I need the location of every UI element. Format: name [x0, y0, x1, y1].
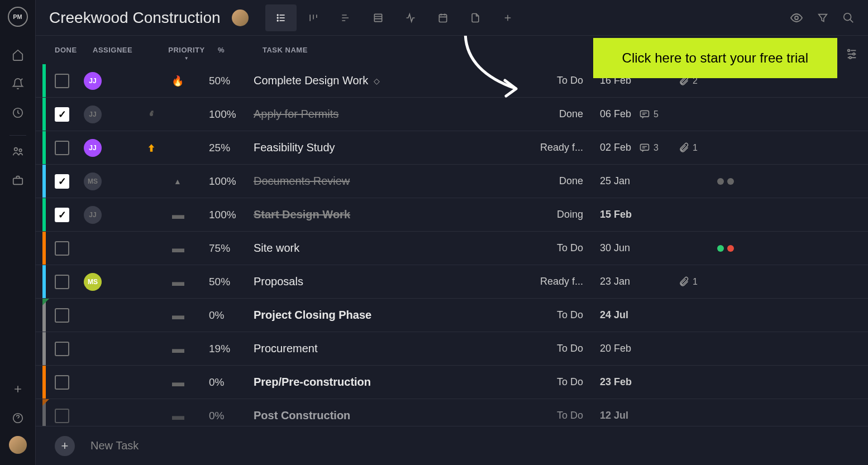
task-name-cell[interactable]: Post Construction: [254, 409, 522, 422]
user-avatar[interactable]: [9, 436, 27, 454]
task-name-cell[interactable]: Site work: [254, 242, 522, 255]
clock-icon[interactable]: [7, 102, 29, 124]
status-cell[interactable]: Ready f...: [540, 142, 583, 153]
col-header-percent[interactable]: %: [218, 46, 263, 54]
sheet-view-tab[interactable]: [363, 4, 394, 31]
done-checkbox[interactable]: [55, 308, 69, 323]
home-icon[interactable]: [7, 44, 29, 66]
done-checkbox[interactable]: [55, 241, 69, 256]
status-cell[interactable]: Doing: [557, 209, 583, 220]
status-cell[interactable]: To Do: [557, 242, 583, 253]
file-view-tab[interactable]: [460, 4, 491, 31]
list-view-tab[interactable]: [265, 4, 297, 31]
task-row[interactable]: ▬19%ProcurementTo Do20 Feb: [36, 332, 868, 366]
assignee-avatar[interactable]: JJ: [84, 72, 102, 90]
task-row[interactable]: JJ100%Apply for PermitsDone06 Feb5: [36, 98, 868, 131]
done-checkbox[interactable]: [55, 342, 69, 356]
task-row[interactable]: MS▬50%ProposalsReady f...23 Jan1: [36, 265, 868, 299]
priority-cell[interactable]: [146, 142, 209, 154]
priority-cell[interactable]: 🔥: [146, 75, 209, 87]
project-title[interactable]: Creekwood Construction: [49, 9, 221, 27]
status-cell[interactable]: To Do: [557, 75, 583, 86]
new-task-bar[interactable]: + New Task: [36, 426, 868, 465]
task-name-cell[interactable]: Procurement: [254, 342, 522, 355]
priority-cell[interactable]: ▬: [146, 208, 209, 222]
status-cell[interactable]: Ready f...: [540, 276, 583, 287]
add-view-tab[interactable]: [492, 4, 523, 31]
activity-view-tab[interactable]: [395, 4, 426, 31]
project-avatar[interactable]: [232, 9, 249, 26]
task-name-cell[interactable]: Prep/Pre-construction: [254, 376, 522, 389]
people-icon[interactable]: [7, 140, 29, 162]
date-cell[interactable]: 23 Feb: [600, 376, 632, 387]
assignee-avatar[interactable]: MS: [84, 172, 102, 190]
task-name-cell[interactable]: Start Design Work: [254, 208, 522, 221]
board-view-tab[interactable]: [298, 4, 329, 31]
done-checkbox[interactable]: [55, 141, 69, 155]
date-cell[interactable]: 30 Jun: [600, 242, 630, 253]
done-checkbox[interactable]: [55, 74, 69, 88]
date-cell[interactable]: 25 Jan: [600, 175, 630, 186]
done-checkbox[interactable]: [55, 174, 69, 189]
status-cell[interactable]: To Do: [557, 309, 583, 320]
priority-cell[interactable]: ▬: [146, 241, 209, 256]
search-icon[interactable]: [842, 12, 855, 24]
status-cell[interactable]: To Do: [557, 376, 583, 387]
task-name-cell[interactable]: Proposals: [254, 275, 522, 288]
briefcase-icon[interactable]: [7, 169, 29, 191]
priority-cell[interactable]: ▬: [146, 409, 209, 423]
task-name-cell[interactable]: Project Closing Phase: [254, 309, 522, 322]
task-row[interactable]: JJ25%Feasibility StudyReady f...02 Feb31: [36, 131, 868, 165]
task-name-cell[interactable]: Documents Review: [254, 175, 522, 188]
status-cell[interactable]: To Do: [557, 343, 583, 354]
date-cell[interactable]: 06 Feb: [600, 108, 631, 119]
task-row[interactable]: ▬75%Site workTo Do30 Jun: [36, 232, 868, 265]
plus-icon[interactable]: [7, 378, 29, 400]
free-trial-banner[interactable]: Click here to start your free trial: [593, 38, 837, 78]
priority-cell[interactable]: ▬: [146, 375, 209, 390]
task-row[interactable]: ▬0%Prep/Pre-constructionTo Do23 Feb: [36, 366, 868, 399]
task-name-cell[interactable]: Apply for Permits: [254, 108, 522, 121]
task-name-cell[interactable]: Feasibility Study: [254, 141, 522, 154]
done-checkbox[interactable]: [55, 107, 69, 122]
assignee-avatar[interactable]: JJ: [84, 106, 102, 123]
task-row[interactable]: ▬0%Post ConstructionTo Do12 Jul: [36, 399, 868, 426]
assignee-avatar[interactable]: MS: [84, 273, 102, 291]
task-row[interactable]: JJ▬100%Start Design WorkDoing15 Feb: [36, 198, 868, 232]
help-icon[interactable]: [7, 407, 29, 429]
attachment-count[interactable]: 1: [678, 142, 717, 154]
comment-count[interactable]: 5: [639, 109, 678, 120]
task-name-cell[interactable]: Complete Design Work ◇: [254, 74, 522, 87]
priority-cell[interactable]: [146, 109, 209, 119]
gantt-view-tab[interactable]: [330, 4, 361, 31]
column-settings-icon[interactable]: [846, 47, 858, 59]
priority-cell[interactable]: ▬: [146, 275, 209, 289]
date-cell[interactable]: 02 Feb: [600, 142, 631, 153]
bell-icon[interactable]: [7, 73, 29, 95]
col-header-assignee[interactable]: ASSIGNEE: [93, 46, 155, 54]
date-cell[interactable]: 15 Feb: [600, 209, 632, 220]
done-checkbox[interactable]: [55, 208, 69, 222]
filter-icon[interactable]: [817, 12, 829, 24]
status-cell[interactable]: To Do: [557, 410, 583, 421]
visibility-icon[interactable]: [790, 11, 803, 25]
priority-cell[interactable]: ▬: [146, 308, 209, 323]
date-cell[interactable]: 23 Jan: [600, 276, 630, 287]
logo[interactable]: PM: [8, 7, 28, 27]
comment-count[interactable]: 3: [639, 142, 678, 154]
done-checkbox[interactable]: [55, 409, 69, 423]
col-header-done[interactable]: DONE: [55, 46, 93, 54]
col-header-priority[interactable]: PRIORITY▼: [155, 46, 218, 54]
status-cell[interactable]: Done: [559, 108, 583, 119]
col-header-name[interactable]: TASK NAME: [263, 46, 531, 54]
done-checkbox[interactable]: [55, 375, 69, 390]
attachment-count[interactable]: 1: [678, 276, 717, 287]
task-row[interactable]: MS▲100%Documents ReviewDone25 Jan: [36, 165, 868, 198]
calendar-view-tab[interactable]: [427, 4, 459, 31]
date-cell[interactable]: 20 Feb: [600, 343, 631, 354]
priority-cell[interactable]: ▲: [146, 176, 209, 186]
date-cell[interactable]: 24 Jul: [600, 309, 628, 320]
assignee-avatar[interactable]: JJ: [84, 139, 102, 157]
add-task-button[interactable]: +: [55, 436, 75, 456]
done-checkbox[interactable]: [55, 275, 69, 289]
